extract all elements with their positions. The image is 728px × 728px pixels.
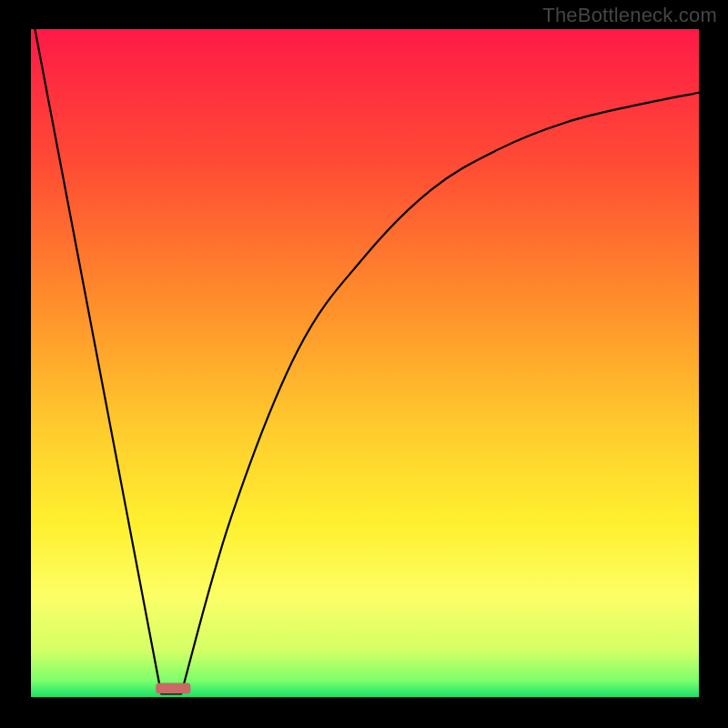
plot-area	[31, 29, 699, 697]
curve-layer	[31, 29, 699, 697]
watermark-text: TheBottleneck.com	[542, 4, 717, 27]
bottleneck-curve	[35, 29, 699, 693]
optimal-marker	[156, 683, 190, 694]
chart-frame: TheBottleneck.com	[0, 0, 728, 728]
